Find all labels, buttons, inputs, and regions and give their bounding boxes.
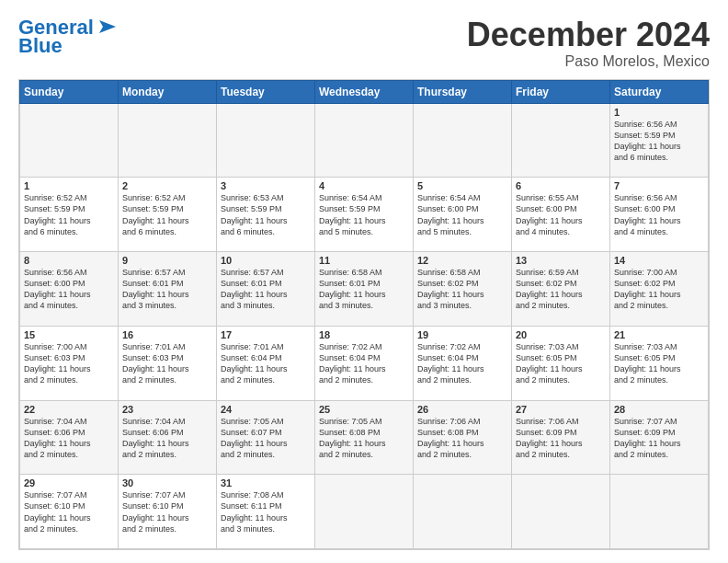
day-info: Sunrise: 7:05 AM Sunset: 6:07 PM Dayligh… (221, 416, 311, 461)
day-info: Sunrise: 6:52 AM Sunset: 5:59 PM Dayligh… (24, 192, 114, 237)
table-cell: 24Sunrise: 7:05 AM Sunset: 6:07 PM Dayli… (217, 400, 315, 475)
table-cell: 29Sunrise: 7:07 AM Sunset: 6:10 PM Dayli… (20, 475, 119, 549)
day-number: 17 (221, 329, 311, 340)
table-cell: 26Sunrise: 7:06 AM Sunset: 6:08 PM Dayli… (414, 400, 512, 475)
table-cell: 21Sunrise: 7:03 AM Sunset: 6:05 PM Dayli… (610, 326, 709, 400)
table-cell: 2Sunrise: 6:52 AM Sunset: 5:59 PM Daylig… (119, 178, 217, 252)
day-info: Sunrise: 7:07 AM Sunset: 6:10 PM Dayligh… (122, 489, 212, 534)
table-cell: 20Sunrise: 7:03 AM Sunset: 6:05 PM Dayli… (512, 326, 610, 400)
table-cell: 10Sunrise: 6:57 AM Sunset: 6:01 PM Dayli… (217, 252, 315, 327)
col-saturday: Saturday (610, 80, 709, 103)
day-info: Sunrise: 7:04 AM Sunset: 6:06 PM Dayligh… (122, 416, 212, 461)
calendar-table: Sunday Monday Tuesday Wednesday Thursday… (19, 80, 709, 549)
table-cell: 1Sunrise: 6:52 AM Sunset: 5:59 PM Daylig… (20, 178, 119, 252)
table-cell (315, 475, 414, 549)
table-cell (20, 103, 119, 178)
col-tuesday: Tuesday (217, 80, 315, 103)
day-info: Sunrise: 7:05 AM Sunset: 6:08 PM Dayligh… (319, 416, 409, 461)
day-number: 12 (417, 255, 507, 266)
col-sunday: Sunday (20, 80, 119, 103)
day-number: 10 (221, 255, 311, 266)
table-cell: 7Sunrise: 6:56 AM Sunset: 6:00 PM Daylig… (610, 178, 709, 252)
table-cell: 30Sunrise: 7:07 AM Sunset: 6:10 PM Dayli… (119, 475, 217, 549)
day-number: 31 (221, 477, 311, 488)
table-cell: 1Sunrise: 6:56 AM Sunset: 5:59 PM Daylig… (610, 103, 709, 178)
table-cell: 11Sunrise: 6:58 AM Sunset: 6:01 PM Dayli… (315, 252, 414, 327)
day-info: Sunrise: 6:57 AM Sunset: 6:01 PM Dayligh… (221, 267, 311, 312)
table-cell (414, 475, 512, 549)
table-cell: 18Sunrise: 7:02 AM Sunset: 6:04 PM Dayli… (315, 326, 414, 400)
day-info: Sunrise: 7:03 AM Sunset: 6:05 PM Dayligh… (516, 341, 606, 386)
day-info: Sunrise: 7:07 AM Sunset: 6:09 PM Dayligh… (614, 416, 704, 461)
table-cell: 27Sunrise: 7:06 AM Sunset: 6:09 PM Dayli… (512, 400, 610, 475)
day-number: 8 (24, 255, 114, 266)
day-number: 25 (319, 404, 409, 415)
table-row: 1Sunrise: 6:56 AM Sunset: 5:59 PM Daylig… (20, 103, 709, 178)
day-number: 4 (319, 180, 409, 191)
header: General Blue December 2024 Paso Morelos,… (18, 17, 710, 70)
table-cell: 16Sunrise: 7:01 AM Sunset: 6:03 PM Dayli… (119, 326, 217, 400)
day-number: 21 (614, 329, 704, 340)
table-cell: 31Sunrise: 7:08 AM Sunset: 6:11 PM Dayli… (217, 475, 315, 549)
day-info: Sunrise: 6:55 AM Sunset: 6:00 PM Dayligh… (516, 192, 606, 237)
day-number: 18 (319, 329, 409, 340)
day-number: 27 (516, 404, 606, 415)
logo: General Blue (18, 17, 116, 57)
day-info: Sunrise: 6:58 AM Sunset: 6:01 PM Dayligh… (319, 267, 409, 312)
page-title: December 2024 (467, 17, 710, 53)
day-info: Sunrise: 7:00 AM Sunset: 6:02 PM Dayligh… (614, 267, 704, 312)
logo-blue: Blue (18, 35, 63, 57)
logo-arrow-icon (96, 17, 116, 37)
header-row: Sunday Monday Tuesday Wednesday Thursday… (20, 80, 709, 103)
day-info: Sunrise: 7:08 AM Sunset: 6:11 PM Dayligh… (221, 489, 311, 534)
day-number: 5 (417, 180, 507, 191)
table-cell: 3Sunrise: 6:53 AM Sunset: 5:59 PM Daylig… (217, 178, 315, 252)
day-info: Sunrise: 6:53 AM Sunset: 5:59 PM Dayligh… (221, 192, 311, 237)
col-friday: Friday (512, 80, 610, 103)
day-number: 1 (24, 180, 114, 191)
table-cell (119, 103, 217, 178)
col-monday: Monday (119, 80, 217, 103)
table-cell (217, 103, 315, 178)
day-info: Sunrise: 6:54 AM Sunset: 5:59 PM Dayligh… (319, 192, 409, 237)
table-cell: 15Sunrise: 7:00 AM Sunset: 6:03 PM Dayli… (20, 326, 119, 400)
title-block: December 2024 Paso Morelos, Mexico (467, 17, 710, 70)
table-cell: 23Sunrise: 7:04 AM Sunset: 6:06 PM Dayli… (119, 400, 217, 475)
table-cell: 13Sunrise: 6:59 AM Sunset: 6:02 PM Dayli… (512, 252, 610, 327)
calendar: Sunday Monday Tuesday Wednesday Thursday… (18, 79, 710, 550)
table-cell: 25Sunrise: 7:05 AM Sunset: 6:08 PM Dayli… (315, 400, 414, 475)
table-cell (610, 475, 709, 549)
table-cell: 6Sunrise: 6:55 AM Sunset: 6:00 PM Daylig… (512, 178, 610, 252)
table-cell: 4Sunrise: 6:54 AM Sunset: 5:59 PM Daylig… (315, 178, 414, 252)
day-info: Sunrise: 7:03 AM Sunset: 6:05 PM Dayligh… (614, 341, 704, 386)
day-info: Sunrise: 7:07 AM Sunset: 6:10 PM Dayligh… (24, 489, 114, 534)
day-number: 23 (122, 404, 212, 415)
day-number: 13 (516, 255, 606, 266)
table-cell: 14Sunrise: 7:00 AM Sunset: 6:02 PM Dayli… (610, 252, 709, 327)
day-info: Sunrise: 6:57 AM Sunset: 6:01 PM Dayligh… (122, 267, 212, 312)
day-number: 15 (24, 329, 114, 340)
table-cell: 8Sunrise: 6:56 AM Sunset: 6:00 PM Daylig… (20, 252, 119, 327)
day-number: 6 (516, 180, 606, 191)
table-cell: 5Sunrise: 6:54 AM Sunset: 6:00 PM Daylig… (414, 178, 512, 252)
table-cell: 28Sunrise: 7:07 AM Sunset: 6:09 PM Dayli… (610, 400, 709, 475)
col-thursday: Thursday (414, 80, 512, 103)
table-row: 8Sunrise: 6:56 AM Sunset: 6:00 PM Daylig… (20, 252, 709, 327)
day-number: 16 (122, 329, 212, 340)
table-row: 15Sunrise: 7:00 AM Sunset: 6:03 PM Dayli… (20, 326, 709, 400)
day-info: Sunrise: 7:04 AM Sunset: 6:06 PM Dayligh… (24, 416, 114, 461)
day-info: Sunrise: 7:06 AM Sunset: 6:09 PM Dayligh… (516, 416, 606, 461)
day-number: 24 (221, 404, 311, 415)
day-number: 29 (24, 477, 114, 488)
day-info: Sunrise: 7:01 AM Sunset: 6:04 PM Dayligh… (221, 341, 311, 386)
table-cell: 17Sunrise: 7:01 AM Sunset: 6:04 PM Dayli… (217, 326, 315, 400)
day-info: Sunrise: 7:01 AM Sunset: 6:03 PM Dayligh… (122, 341, 212, 386)
calendar-body: 1Sunrise: 6:56 AM Sunset: 5:59 PM Daylig… (20, 103, 709, 548)
day-number: 3 (221, 180, 311, 191)
day-info: Sunrise: 6:52 AM Sunset: 5:59 PM Dayligh… (122, 192, 212, 237)
page: General Blue December 2024 Paso Morelos,… (0, 0, 728, 563)
day-info: Sunrise: 6:54 AM Sunset: 6:00 PM Dayligh… (417, 192, 507, 237)
table-row: 29Sunrise: 7:07 AM Sunset: 6:10 PM Dayli… (20, 475, 709, 549)
col-wednesday: Wednesday (315, 80, 414, 103)
calendar-header: Sunday Monday Tuesday Wednesday Thursday… (20, 80, 709, 103)
